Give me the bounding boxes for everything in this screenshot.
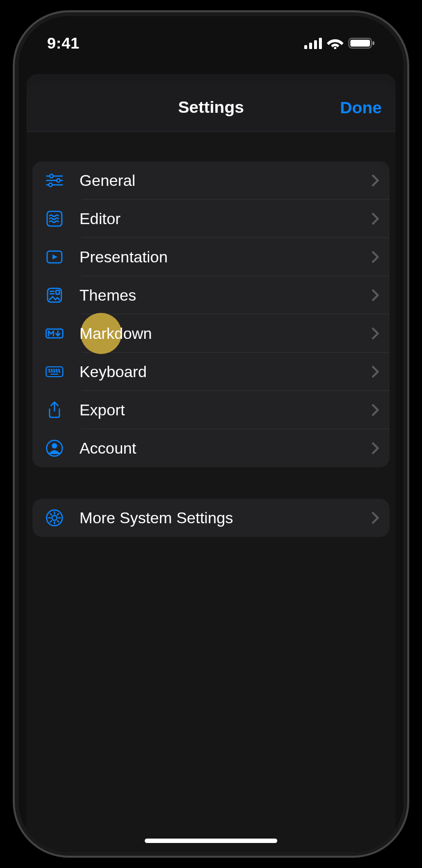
settings-sheet: Settings Done General [26, 83, 396, 852]
editor-icon [42, 206, 67, 231]
wifi-icon [327, 37, 343, 49]
svg-line-44 [57, 514, 59, 515]
svg-marker-16 [53, 255, 57, 259]
svg-point-32 [59, 371, 60, 372]
settings-row-export[interactable]: Export [32, 391, 390, 429]
screen: 9:41 [19, 16, 403, 852]
svg-rect-2 [314, 40, 317, 49]
chevron-right-icon [371, 212, 380, 226]
chevron-right-icon [371, 511, 380, 525]
svg-point-13 [49, 183, 53, 187]
themes-icon [42, 283, 67, 307]
sheet-header: Settings Done [26, 83, 396, 132]
done-button[interactable]: Done [340, 98, 382, 117]
svg-point-37 [52, 515, 57, 520]
chevron-right-icon [371, 250, 380, 264]
row-label: Export [79, 401, 371, 419]
svg-point-24 [51, 369, 52, 370]
svg-line-45 [51, 521, 52, 522]
device-frame: 9:41 [15, 12, 407, 856]
svg-point-28 [49, 371, 50, 372]
settings-row-account[interactable]: Account [32, 429, 390, 467]
svg-point-30 [54, 371, 55, 372]
svg-point-31 [56, 371, 57, 372]
settings-row-themes[interactable]: Themes [32, 276, 390, 314]
share-icon [42, 398, 67, 422]
row-label: General [79, 172, 371, 190]
status-icons [304, 37, 375, 49]
chevron-right-icon [371, 441, 380, 455]
play-icon [42, 245, 67, 269]
settings-row-editor[interactable]: Editor [32, 200, 390, 238]
svg-rect-6 [350, 40, 370, 47]
svg-point-11 [57, 179, 60, 182]
settings-row-more-system[interactable]: More System Settings [32, 499, 390, 537]
chevron-right-icon [371, 174, 380, 187]
svg-rect-0 [304, 45, 307, 49]
settings-content: General [26, 132, 396, 537]
row-label: Editor [79, 210, 371, 228]
settings-row-keyboard[interactable]: Keyboard [32, 353, 390, 391]
svg-point-27 [58, 369, 59, 370]
settings-row-presentation[interactable]: Presentation [32, 238, 390, 276]
row-label: More System Settings [79, 509, 371, 527]
svg-rect-20 [56, 290, 59, 294]
chevron-right-icon [371, 327, 380, 340]
chevron-right-icon [371, 403, 380, 417]
sliders-icon [42, 168, 67, 193]
svg-point-29 [52, 371, 53, 372]
status-time: 9:41 [47, 34, 79, 52]
chevron-right-icon [371, 288, 380, 302]
markdown-icon [42, 321, 67, 346]
svg-rect-7 [372, 41, 374, 45]
svg-point-23 [49, 369, 50, 370]
row-label: Account [79, 439, 371, 458]
cellular-icon [304, 37, 322, 49]
gear-circle-icon [42, 506, 67, 530]
svg-point-35 [52, 443, 57, 449]
svg-point-25 [53, 369, 54, 370]
row-label: Presentation [79, 248, 371, 266]
svg-line-42 [51, 514, 52, 515]
page-title: Settings [178, 98, 244, 117]
svg-rect-1 [309, 43, 312, 49]
chevron-right-icon [371, 365, 380, 379]
row-label: Keyboard [79, 363, 371, 381]
svg-point-26 [56, 369, 57, 370]
svg-line-43 [57, 521, 59, 522]
svg-rect-3 [319, 38, 322, 49]
svg-point-4 [334, 47, 337, 50]
keyboard-icon [42, 359, 67, 384]
svg-point-9 [50, 175, 53, 178]
settings-row-markdown[interactable]: Markdown [32, 314, 390, 353]
row-label: Themes [79, 286, 371, 305]
row-label: Markdown [79, 325, 371, 343]
battery-icon [348, 37, 375, 49]
account-icon [42, 436, 67, 460]
home-indicator[interactable] [145, 839, 277, 843]
settings-group-system: More System Settings [32, 499, 390, 537]
settings-group-main: General [32, 161, 390, 467]
status-bar: 9:41 [19, 16, 403, 70]
settings-row-general[interactable]: General [32, 161, 390, 200]
